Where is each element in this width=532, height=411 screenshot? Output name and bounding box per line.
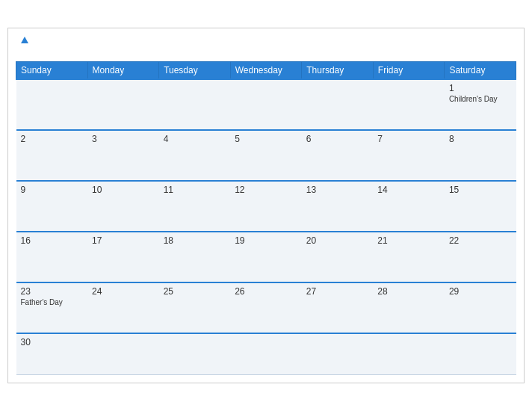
day-cell: 2: [16, 130, 88, 181]
day-cell: 20: [302, 232, 374, 282]
day-number: 16: [21, 235, 84, 246]
day-number: 19: [235, 235, 297, 246]
calendar-table: SundayMondayTuesdayWednesdayThursdayFrid…: [16, 61, 516, 375]
day-event: Father's Day: [21, 298, 84, 306]
day-cell: [16, 79, 88, 130]
day-cell: [159, 333, 231, 374]
day-cell: 26: [230, 282, 302, 333]
day-cell: 24: [87, 282, 159, 333]
day-cell: 21: [373, 232, 445, 282]
weekday-header-monday: Monday: [87, 62, 159, 80]
day-cell: 14: [373, 181, 445, 232]
day-cell: [87, 79, 159, 130]
day-number: 22: [449, 235, 512, 246]
day-cell: 29: [445, 282, 516, 333]
day-cell: 9: [16, 181, 88, 232]
day-cell: 22: [445, 232, 516, 282]
day-cell: [373, 333, 445, 374]
day-number: 28: [377, 286, 440, 297]
day-number: 3: [92, 134, 155, 144]
day-cell: 28: [373, 282, 445, 333]
day-number: 1: [449, 83, 512, 93]
day-number: 8: [449, 134, 512, 144]
day-number: 12: [235, 185, 297, 195]
day-cell: 5: [230, 130, 302, 181]
week-row-1: 1Children's Day: [16, 79, 516, 130]
day-cell: [302, 333, 374, 374]
day-cell: 18: [159, 232, 231, 282]
day-number: 7: [377, 134, 440, 144]
day-number: 9: [21, 185, 84, 195]
day-number: 15: [449, 185, 512, 195]
day-cell: 23Father's Day: [16, 282, 88, 333]
day-cell: [159, 79, 231, 130]
day-number: 20: [306, 235, 369, 246]
day-number: 11: [164, 185, 226, 195]
day-cell: 16: [16, 232, 88, 282]
day-cell: 1Children's Day: [445, 79, 516, 130]
weekday-header-tuesday: Tuesday: [159, 62, 231, 80]
day-cell: 10: [87, 181, 159, 232]
day-cell: 12: [230, 181, 302, 232]
week-row-2: 2345678: [16, 130, 516, 181]
weekday-header-saturday: Saturday: [445, 62, 516, 80]
day-cell: [87, 333, 159, 374]
week-row-6: 30: [16, 333, 516, 374]
logo-triangle-icon: [21, 37, 28, 43]
day-cell: [230, 79, 302, 130]
day-number: 2: [21, 134, 84, 144]
day-cell: 4: [159, 130, 231, 181]
day-cell: 11: [159, 181, 231, 232]
day-number: 10: [92, 185, 155, 195]
day-cell: 7: [373, 130, 445, 181]
day-cell: 6: [302, 130, 374, 181]
day-cell: 15: [445, 181, 516, 232]
day-cell: 30: [16, 333, 88, 374]
day-number: 6: [306, 134, 369, 144]
weekday-header-thursday: Thursday: [302, 62, 374, 80]
day-event: Children's Day: [449, 95, 512, 103]
day-number: 24: [92, 286, 155, 297]
day-cell: 17: [87, 232, 159, 282]
day-cell: [302, 79, 374, 130]
calendar-container: SundayMondayTuesdayWednesdayThursdayFrid…: [7, 28, 525, 383]
day-number: 27: [306, 286, 369, 297]
week-row-3: 9101112131415: [16, 181, 516, 232]
day-number: 5: [235, 134, 297, 144]
day-number: 14: [377, 185, 440, 195]
day-cell: 25: [159, 282, 231, 333]
day-number: 13: [306, 185, 369, 195]
day-cell: 8: [445, 130, 516, 181]
day-number: 29: [449, 286, 512, 297]
calendar-header: [16, 36, 516, 55]
weekday-header-row: SundayMondayTuesdayWednesdayThursdayFrid…: [16, 62, 516, 80]
weekday-header-wednesday: Wednesday: [230, 62, 302, 80]
day-number: 18: [164, 235, 226, 246]
day-cell: 13: [302, 181, 374, 232]
day-number: 4: [164, 134, 226, 144]
day-cell: 27: [302, 282, 374, 333]
weekday-header-sunday: Sunday: [16, 62, 88, 80]
weekday-header-friday: Friday: [373, 62, 445, 80]
day-number: 26: [235, 286, 297, 297]
day-cell: [373, 79, 445, 130]
day-number: 30: [21, 337, 84, 347]
day-number: 23: [21, 286, 84, 297]
logo: [19, 36, 28, 55]
day-cell: [445, 333, 516, 374]
day-cell: 3: [87, 130, 159, 181]
week-row-5: 23Father's Day242526272829: [16, 282, 516, 333]
week-row-4: 16171819202122: [16, 232, 516, 282]
day-cell: 19: [230, 232, 302, 282]
day-number: 21: [377, 235, 440, 246]
day-cell: [230, 333, 302, 374]
day-number: 17: [92, 235, 155, 246]
day-number: 25: [164, 286, 226, 297]
